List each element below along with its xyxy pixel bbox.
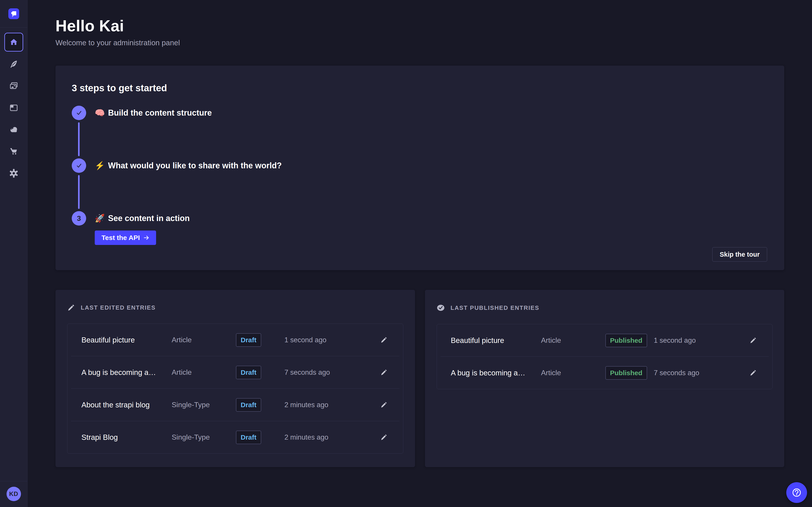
zap-emoji: ⚡ — [95, 161, 105, 170]
check-icon — [75, 162, 82, 169]
pencil-icon — [380, 336, 387, 344]
last-published-header: LAST PUBLISHED ENTRIES — [437, 304, 773, 312]
strapi-admin-dashboard: { "header": { "title": "Hello Kai", "sub… — [0, 0, 812, 507]
images-icon — [9, 81, 18, 90]
sidebar-item-content-manager[interactable] — [4, 55, 23, 73]
rocket-emoji: 🚀 — [95, 214, 105, 223]
edit-entry-button[interactable] — [748, 335, 758, 346]
user-avatar[interactable]: KD — [6, 487, 21, 501]
sidebar-item-marketplace[interactable] — [4, 142, 23, 161]
status-badge: Published — [605, 334, 647, 347]
entry-status-cell: Published — [605, 366, 654, 380]
help-button[interactable] — [786, 482, 807, 503]
entry-time: 1 second ago — [285, 336, 378, 344]
edit-entry-button[interactable] — [378, 367, 389, 378]
entry-status-cell: Published — [605, 334, 654, 347]
pencil-icon — [749, 337, 757, 344]
step-1-check-circle — [72, 106, 86, 120]
home-icon — [9, 38, 18, 46]
cloud-icon — [9, 125, 18, 134]
entry-type: Single-Type — [172, 401, 236, 409]
pencil-icon — [749, 369, 757, 377]
entry-type: Single-Type — [172, 433, 236, 441]
entry-title: A bug is becoming a… — [451, 369, 541, 377]
entry-time: 2 minutes ago — [285, 433, 378, 441]
test-api-button[interactable]: Test the API — [95, 230, 156, 245]
entry-title: About the strapi blog — [82, 401, 172, 409]
layout-icon — [9, 103, 18, 112]
sidebar-nav — [4, 28, 23, 481]
step-2-label: ⚡ What would you like to share with the … — [95, 161, 282, 170]
step-3-label: 🚀 See content in action — [95, 214, 190, 223]
entry-status-cell: Draft — [236, 333, 285, 347]
pencil-icon — [67, 304, 75, 312]
table-row: A bug is becoming a… Article Draft 7 sec… — [67, 356, 403, 389]
brain-emoji: 🧠 — [95, 108, 105, 118]
status-badge: Draft — [236, 398, 261, 412]
step-2-text: What would you like to share with the wo… — [108, 161, 282, 170]
skip-tour-button[interactable]: Skip the tour — [712, 247, 767, 262]
step-1-text: Build the content structure — [108, 108, 212, 118]
last-edited-header: LAST EDITED ENTRIES — [67, 304, 403, 312]
tour-step-3: 3 🚀 See content in action — [72, 211, 767, 226]
table-row: About the strapi blog Single-Type Draft … — [67, 389, 403, 421]
entry-time: 2 minutes ago — [285, 401, 378, 409]
sidebar: KD — [0, 0, 28, 507]
check-circle-icon — [437, 304, 445, 312]
sidebar-footer: KD — [0, 481, 27, 507]
sidebar-item-content-type-builder[interactable] — [4, 98, 23, 117]
status-badge: Published — [605, 366, 647, 380]
tour-title: 3 steps to get started — [72, 83, 767, 94]
status-badge: Draft — [236, 431, 261, 444]
sidebar-item-home[interactable] — [4, 33, 23, 52]
step-connector — [78, 175, 80, 209]
entry-type: Article — [541, 336, 605, 344]
tour-step-2: ⚡ What would you like to share with the … — [72, 158, 767, 173]
main-content: Hello Kai Welcome to your administration… — [28, 0, 812, 467]
sidebar-logo-area — [0, 0, 27, 27]
arrow-right-icon — [144, 235, 149, 241]
entry-status-cell: Draft — [236, 398, 285, 412]
entry-type: Article — [172, 336, 236, 344]
status-badge: Draft — [236, 333, 261, 347]
gear-icon — [9, 169, 18, 178]
sidebar-item-settings[interactable] — [4, 164, 23, 183]
edit-entry-button[interactable] — [748, 368, 758, 378]
step-1-label: 🧠 Build the content structure — [95, 108, 212, 118]
sidebar-item-media-library[interactable] — [4, 76, 23, 95]
edit-entry-button[interactable] — [378, 399, 389, 410]
strapi-logo[interactable] — [4, 4, 23, 23]
pencil-icon — [380, 369, 387, 376]
entry-time: 7 seconds ago — [285, 369, 378, 377]
status-badge: Draft — [236, 366, 261, 379]
question-mark-icon — [792, 488, 802, 498]
edit-entry-button[interactable] — [378, 335, 389, 345]
entry-type: Article — [172, 368, 236, 377]
page-header: Hello Kai Welcome to your administration… — [55, 17, 784, 47]
entry-title: A bug is becoming a… — [82, 368, 172, 377]
pencil-icon — [380, 434, 387, 441]
sidebar-item-cloud[interactable] — [4, 120, 23, 139]
cart-icon — [9, 147, 18, 156]
entry-status-cell: Draft — [236, 366, 285, 379]
page-subtitle: Welcome to your administration panel — [55, 39, 784, 47]
check-icon — [75, 110, 82, 116]
entry-status-cell: Draft — [236, 431, 285, 444]
skip-tour-row: Skip the tour — [72, 247, 767, 262]
last-published-panel: LAST PUBLISHED ENTRIES Beautiful picture… — [425, 290, 784, 467]
panel-title: LAST EDITED ENTRIES — [81, 304, 156, 311]
last-edited-panel: LAST EDITED ENTRIES Beautiful picture Ar… — [55, 290, 415, 467]
table-row: A bug is becoming a… Article Published 7… — [437, 357, 772, 389]
feather-icon — [9, 59, 18, 68]
tour-step-1: 🧠 Build the content structure — [72, 106, 767, 120]
entries-panels: LAST EDITED ENTRIES Beautiful picture Ar… — [55, 290, 784, 467]
entry-title: Strapi Blog — [82, 433, 172, 442]
edit-entry-button[interactable] — [378, 432, 389, 443]
step-connector — [78, 122, 80, 156]
table-row: Strapi Blog Single-Type Draft 2 minutes … — [67, 421, 403, 453]
guided-tour-card: 3 steps to get started 🧠 Build the conte… — [55, 66, 784, 270]
test-api-label: Test the API — [101, 234, 140, 241]
page-title: Hello Kai — [55, 17, 784, 35]
entry-title: Beautiful picture — [82, 336, 172, 344]
table-row: Beautiful picture Article Published 1 se… — [437, 324, 772, 356]
